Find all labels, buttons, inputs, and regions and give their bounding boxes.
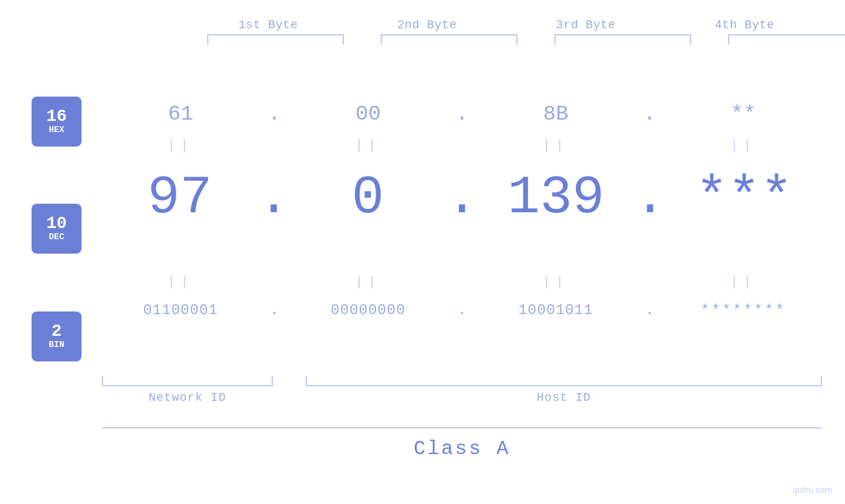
- bin-badge-label: BIN: [49, 340, 64, 350]
- dec-row: 97 . 0 . 139 . ***: [102, 168, 822, 229]
- bottom-brackets: [102, 376, 822, 386]
- hex-badge-label: HEX: [49, 125, 64, 135]
- dec-badge-label: DEC: [49, 232, 64, 242]
- bin-val-4: ********: [665, 302, 822, 319]
- col-header-1st: 1st Byte: [210, 18, 326, 32]
- bottom-labels: Network ID Host ID: [102, 391, 822, 404]
- network-id-label: Network ID: [102, 391, 273, 404]
- col-header-3rd: 3rd Byte: [528, 18, 644, 32]
- dec-badge: 10 DEC: [32, 204, 82, 254]
- dec-val-2: 0: [290, 168, 446, 229]
- eq-row-1: || || || ||: [102, 138, 822, 153]
- bin-val-2: 00000000: [289, 302, 447, 319]
- bin-val-1: 01100001: [102, 302, 259, 319]
- bin-row: 01100001 . 00000000 . 10001011 . *******…: [102, 302, 822, 319]
- dec-val-1: 97: [102, 168, 258, 229]
- bin-badge-num: 2: [51, 323, 62, 340]
- host-bracket: [306, 376, 822, 386]
- top-bracket-4: [728, 34, 845, 45]
- watermark: ipshu.com: [793, 485, 832, 495]
- hex-badge-num: 16: [46, 108, 66, 125]
- dec-val-3: 139: [478, 168, 634, 229]
- class-row: Class A: [102, 427, 822, 460]
- hex-badge: 16 HEX: [32, 97, 82, 147]
- dec-val-4: ***: [666, 168, 822, 229]
- hex-val-1: 61: [102, 102, 259, 126]
- col-header-2nd: 2nd Byte: [370, 18, 485, 32]
- hex-val-4: **: [665, 102, 822, 126]
- dec-badge-num: 10: [46, 215, 66, 232]
- top-bracket-2: [381, 34, 518, 45]
- bin-val-3: 10001011: [477, 302, 635, 319]
- net-bracket: [102, 376, 273, 386]
- col-header-4th: 4th Byte: [687, 18, 803, 32]
- eq-row-2: || || || ||: [102, 275, 822, 290]
- hex-val-3: 8B: [477, 102, 635, 126]
- host-id-label: Host ID: [306, 391, 822, 404]
- class-label: Class A: [414, 438, 510, 460]
- hex-val-2: 00: [289, 102, 447, 126]
- bin-badge: 2 BIN: [32, 311, 82, 361]
- main-container: 1st Byte 2nd Byte 3rd Byte 4th Byte 16 H…: [0, 0, 845, 504]
- hex-row: 61 . 00 . 8B . **: [102, 102, 822, 126]
- top-bracket-3: [554, 34, 691, 45]
- top-bracket-1: [207, 34, 344, 45]
